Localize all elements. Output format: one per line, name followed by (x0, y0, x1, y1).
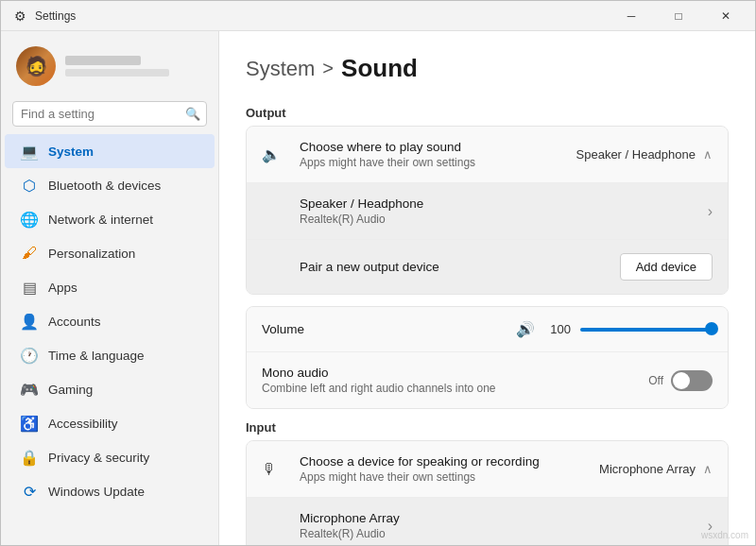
input-device-value: Microphone Array (599, 462, 696, 476)
profile-email (65, 69, 169, 77)
profile-name (65, 56, 141, 65)
sidebar-item-label: Accessibility (48, 417, 118, 431)
volume-controls: 🔊 100 (516, 320, 713, 338)
titlebar: ⚙ Settings ─ □ ✕ (1, 1, 755, 31)
sidebar-item-system[interactable]: 💻 System (5, 134, 215, 168)
speaker-device-row[interactable]: Speaker / Headphone Realtek(R) Audio › (247, 183, 728, 240)
sidebar-item-update[interactable]: ⟳ Windows Update (5, 474, 215, 508)
volume-row: Volume 🔊 100 (247, 307, 728, 352)
personalization-icon: 🖌 (20, 244, 39, 263)
titlebar-left: ⚙ Settings (12, 9, 76, 24)
profile-section[interactable]: 🧔 (1, 39, 218, 97)
volume-card: Volume 🔊 100 Mono audio Combine left and… (246, 306, 729, 409)
page-header: System > Sound (246, 54, 729, 83)
volume-speaker-icon: 🔊 (516, 320, 535, 338)
gaming-icon: 🎮 (20, 380, 39, 399)
minimize-button[interactable]: ─ (610, 1, 653, 31)
speaker-device-content: Speaker / Headphone Realtek(R) Audio (300, 196, 708, 226)
page-title: Sound (341, 54, 418, 83)
mono-audio-toggle[interactable] (671, 370, 713, 391)
sidebar-item-accessibility[interactable]: ♿ Accessibility (5, 406, 215, 440)
add-output-device-button[interactable]: Add device (620, 253, 713, 281)
sidebar: 🧔 🔍 💻 System ⬡ Bluetooth & devices (1, 31, 218, 545)
choose-output-right: Speaker / Headphone ∧ (576, 147, 713, 162)
breadcrumb-system: System (246, 57, 315, 81)
choose-input-title: Choose a device for speaking or recordin… (300, 454, 599, 469)
sidebar-item-personalization[interactable]: 🖌 Personalization (5, 236, 215, 270)
microphone-icon: 🎙 (262, 461, 288, 478)
microphone-device-subtitle: Realtek(R) Audio (300, 527, 708, 540)
microphone-device-row[interactable]: Microphone Array Realtek(R) Audio › (247, 498, 728, 545)
sidebar-item-accounts[interactable]: 👤 Accounts (5, 304, 215, 338)
sidebar-item-time[interactable]: 🕐 Time & language (5, 338, 215, 372)
content-area: System > Sound Output 🔈 Choose where to … (218, 31, 755, 545)
mono-audio-title: Mono audio (262, 366, 648, 380)
choose-input-subtitle: Apps might have their own settings (300, 470, 599, 484)
microphone-device-title: Microphone Array (300, 511, 708, 525)
pair-output-row: Pair a new output device Add device (247, 240, 728, 294)
avatar: 🧔 (16, 46, 56, 86)
speaker-device-title: Speaker / Headphone (300, 196, 708, 211)
mono-audio-subtitle: Combine left and right audio channels in… (262, 382, 648, 395)
search-box[interactable]: 🔍 (12, 101, 207, 127)
breadcrumb-separator: > (322, 58, 334, 79)
bluetooth-icon: ⬡ (20, 176, 39, 195)
toggle-knob (673, 372, 690, 389)
maximize-button[interactable]: □ (657, 1, 700, 31)
apps-icon: ▤ (20, 278, 39, 297)
sidebar-item-gaming[interactable]: 🎮 Gaming (5, 372, 215, 406)
sidebar-item-label: Privacy & security (48, 451, 149, 465)
titlebar-title: Settings (35, 9, 76, 23)
sidebar-item-label: Apps (48, 281, 77, 295)
time-icon: 🕐 (20, 346, 39, 365)
choose-output-subtitle: Apps might have their own settings (300, 156, 576, 169)
search-input[interactable] (21, 107, 180, 121)
input-chevron-up-icon: ∧ (703, 462, 713, 476)
search-icon: 🔍 (185, 107, 200, 121)
choose-output-row[interactable]: 🔈 Choose where to play sound Apps might … (247, 127, 728, 183)
volume-slider[interactable] (580, 328, 713, 332)
watermark: wsxdn.com (701, 530, 748, 540)
chevron-up-icon: ∧ (703, 147, 713, 162)
sidebar-item-label: Time & language (48, 349, 145, 363)
choose-output-content: Choose where to play sound Apps might ha… (300, 140, 576, 169)
sidebar-item-label: Personalization (48, 247, 135, 261)
speaker-icon: 🔈 (262, 145, 288, 163)
input-card: 🎙 Choose a device for speaking or record… (246, 440, 729, 545)
titlebar-controls: ─ □ ✕ (610, 1, 747, 31)
volume-label: Volume (262, 322, 516, 336)
speaker-device-subtitle: Realtek(R) Audio (300, 213, 708, 226)
profile-info (65, 56, 169, 77)
speaker-device-right: › (708, 203, 713, 220)
mono-audio-content: Mono audio Combine left and right audio … (262, 366, 648, 395)
mono-toggle-label: Off (648, 374, 663, 387)
update-icon: ⟳ (20, 482, 39, 501)
close-button[interactable]: ✕ (704, 1, 747, 31)
main-content: 🧔 🔍 💻 System ⬡ Bluetooth & devices (1, 31, 755, 545)
input-section-label: Input (246, 420, 729, 436)
pair-output-content: Pair a new output device (300, 260, 620, 274)
pair-output-right: Add device (620, 253, 713, 281)
accounts-icon: 👤 (20, 312, 39, 331)
sidebar-item-privacy[interactable]: 🔒 Privacy & security (5, 440, 215, 474)
output-section-label: Output (246, 106, 729, 122)
sidebar-item-network[interactable]: 🌐 Network & internet (5, 202, 215, 236)
mono-audio-row: Mono audio Combine left and right audio … (247, 352, 728, 408)
sidebar-item-apps[interactable]: ▤ Apps (5, 270, 215, 304)
network-icon: 🌐 (20, 210, 39, 229)
microphone-device-content: Microphone Array Realtek(R) Audio (300, 511, 708, 540)
sidebar-item-label: Accounts (48, 315, 101, 329)
chevron-right-icon: › (708, 203, 713, 220)
output-device-value: Speaker / Headphone (576, 147, 696, 162)
choose-input-row[interactable]: 🎙 Choose a device for speaking or record… (247, 441, 728, 498)
sidebar-item-label: System (48, 145, 94, 159)
sidebar-item-label: Windows Update (48, 485, 145, 499)
mono-audio-right: Off (648, 370, 713, 391)
settings-app-icon: ⚙ (12, 9, 27, 24)
output-card: 🔈 Choose where to play sound Apps might … (246, 126, 729, 295)
choose-input-content: Choose a device for speaking or recordin… (300, 454, 599, 484)
pair-output-label: Pair a new output device (300, 260, 620, 274)
privacy-icon: 🔒 (20, 448, 39, 467)
sidebar-item-bluetooth[interactable]: ⬡ Bluetooth & devices (5, 168, 215, 202)
sidebar-item-label: Bluetooth & devices (48, 179, 161, 193)
